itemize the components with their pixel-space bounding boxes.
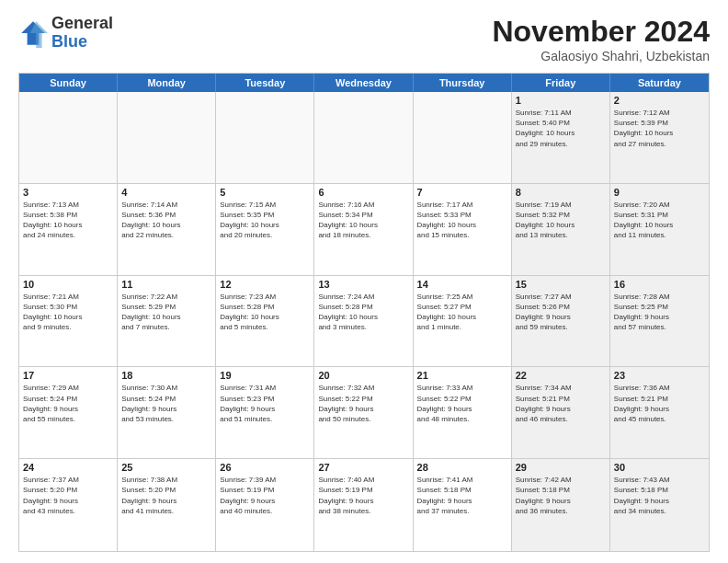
day-number: 21 — [417, 370, 507, 381]
logo-icon — [18, 18, 48, 48]
day-info: Sunrise: 7:11 AMSunset: 5:40 PMDaylight:… — [516, 108, 606, 149]
day-info: Sunrise: 7:17 AMSunset: 5:33 PMDaylight:… — [417, 200, 507, 241]
day-info: Sunrise: 7:33 AMSunset: 5:22 PMDaylight:… — [417, 383, 507, 424]
day-info: Sunrise: 7:38 AMSunset: 5:20 PMDaylight:… — [121, 475, 211, 516]
calendar-cell: 25Sunrise: 7:38 AMSunset: 5:20 PMDayligh… — [118, 459, 216, 551]
calendar-cell — [118, 92, 216, 183]
calendar-cell: 26Sunrise: 7:39 AMSunset: 5:19 PMDayligh… — [216, 459, 314, 551]
weekday-header-sunday: Sunday — [19, 74, 118, 92]
day-number: 15 — [516, 279, 606, 290]
day-number: 12 — [220, 279, 310, 290]
day-info: Sunrise: 7:15 AMSunset: 5:35 PMDaylight:… — [220, 200, 310, 241]
month-title: November 2024 — [492, 15, 710, 49]
calendar-row-4: 17Sunrise: 7:29 AMSunset: 5:24 PMDayligh… — [19, 367, 709, 459]
day-number: 27 — [318, 462, 408, 473]
location: Galaosiyo Shahri, Uzbekistan — [492, 49, 710, 63]
logo-blue-text: Blue — [51, 32, 87, 51]
calendar-row-1: 1Sunrise: 7:11 AMSunset: 5:40 PMDaylight… — [19, 92, 709, 184]
logo: General Blue — [18, 15, 113, 52]
day-number: 4 — [121, 187, 211, 198]
calendar-cell — [414, 92, 512, 183]
calendar-cell: 23Sunrise: 7:36 AMSunset: 5:21 PMDayligh… — [610, 367, 709, 458]
day-number: 11 — [121, 279, 211, 290]
day-info: Sunrise: 7:31 AMSunset: 5:23 PMDaylight:… — [220, 383, 310, 424]
day-number: 18 — [121, 370, 211, 381]
calendar-header: SundayMondayTuesdayWednesdayThursdayFrid… — [19, 74, 709, 92]
day-number: 28 — [417, 462, 507, 473]
calendar-cell: 15Sunrise: 7:27 AMSunset: 5:26 PMDayligh… — [512, 276, 610, 367]
calendar-cell: 27Sunrise: 7:40 AMSunset: 5:19 PMDayligh… — [314, 459, 413, 551]
day-info: Sunrise: 7:21 AMSunset: 5:30 PMDaylight:… — [23, 292, 113, 333]
header: General Blue November 2024 Galaosiyo Sha… — [18, 15, 710, 63]
calendar-cell: 22Sunrise: 7:34 AMSunset: 5:21 PMDayligh… — [512, 367, 610, 458]
calendar-row-3: 10Sunrise: 7:21 AMSunset: 5:30 PMDayligh… — [19, 276, 709, 368]
day-info: Sunrise: 7:16 AMSunset: 5:34 PMDaylight:… — [318, 200, 408, 241]
calendar-cell: 28Sunrise: 7:41 AMSunset: 5:18 PMDayligh… — [414, 459, 512, 551]
day-info: Sunrise: 7:30 AMSunset: 5:24 PMDaylight:… — [121, 383, 211, 424]
weekday-header-monday: Monday — [118, 74, 216, 92]
weekday-header-thursday: Thursday — [414, 74, 512, 92]
title-block: November 2024 Galaosiyo Shahri, Uzbekist… — [492, 15, 710, 63]
calendar-cell — [19, 92, 118, 183]
weekday-header-wednesday: Wednesday — [314, 74, 413, 92]
day-number: 17 — [23, 370, 113, 381]
day-info: Sunrise: 7:42 AMSunset: 5:18 PMDaylight:… — [516, 475, 606, 516]
day-info: Sunrise: 7:23 AMSunset: 5:28 PMDaylight:… — [220, 292, 310, 333]
day-info: Sunrise: 7:22 AMSunset: 5:29 PMDaylight:… — [121, 292, 211, 333]
calendar-cell: 4Sunrise: 7:14 AMSunset: 5:36 PMDaylight… — [118, 184, 216, 275]
page: General Blue November 2024 Galaosiyo Sha… — [0, 0, 728, 563]
day-info: Sunrise: 7:29 AMSunset: 5:24 PMDaylight:… — [23, 383, 113, 424]
day-number: 9 — [614, 187, 705, 198]
calendar-cell: 16Sunrise: 7:28 AMSunset: 5:25 PMDayligh… — [610, 276, 709, 367]
logo-general-text: General — [51, 14, 113, 32]
day-info: Sunrise: 7:41 AMSunset: 5:18 PMDaylight:… — [417, 475, 507, 516]
calendar-cell: 20Sunrise: 7:32 AMSunset: 5:22 PMDayligh… — [314, 367, 413, 458]
calendar-cell: 2Sunrise: 7:12 AMSunset: 5:39 PMDaylight… — [610, 92, 709, 183]
day-number: 30 — [614, 462, 705, 473]
day-number: 22 — [516, 370, 606, 381]
day-number: 5 — [220, 187, 310, 198]
calendar-cell: 29Sunrise: 7:42 AMSunset: 5:18 PMDayligh… — [512, 459, 610, 551]
calendar-cell: 7Sunrise: 7:17 AMSunset: 5:33 PMDaylight… — [414, 184, 512, 275]
calendar-cell: 19Sunrise: 7:31 AMSunset: 5:23 PMDayligh… — [216, 367, 314, 458]
calendar-cell: 10Sunrise: 7:21 AMSunset: 5:30 PMDayligh… — [19, 276, 118, 367]
day-info: Sunrise: 7:40 AMSunset: 5:19 PMDaylight:… — [318, 475, 408, 516]
day-info: Sunrise: 7:24 AMSunset: 5:28 PMDaylight:… — [318, 292, 408, 333]
day-info: Sunrise: 7:20 AMSunset: 5:31 PMDaylight:… — [614, 200, 705, 241]
calendar-cell: 21Sunrise: 7:33 AMSunset: 5:22 PMDayligh… — [414, 367, 512, 458]
day-info: Sunrise: 7:39 AMSunset: 5:19 PMDaylight:… — [220, 475, 310, 516]
day-number: 8 — [516, 187, 606, 198]
day-info: Sunrise: 7:37 AMSunset: 5:20 PMDaylight:… — [23, 475, 113, 516]
calendar-cell: 12Sunrise: 7:23 AMSunset: 5:28 PMDayligh… — [216, 276, 314, 367]
calendar-cell: 17Sunrise: 7:29 AMSunset: 5:24 PMDayligh… — [19, 367, 118, 458]
calendar-cell: 30Sunrise: 7:43 AMSunset: 5:18 PMDayligh… — [610, 459, 709, 551]
day-info: Sunrise: 7:12 AMSunset: 5:39 PMDaylight:… — [614, 108, 705, 149]
weekday-header-friday: Friday — [512, 74, 610, 92]
day-number: 1 — [516, 95, 606, 106]
day-info: Sunrise: 7:19 AMSunset: 5:32 PMDaylight:… — [516, 200, 606, 241]
day-info: Sunrise: 7:27 AMSunset: 5:26 PMDaylight:… — [516, 292, 606, 333]
day-number: 10 — [23, 279, 113, 290]
day-info: Sunrise: 7:36 AMSunset: 5:21 PMDaylight:… — [614, 383, 705, 424]
calendar-cell: 18Sunrise: 7:30 AMSunset: 5:24 PMDayligh… — [118, 367, 216, 458]
calendar-cell: 1Sunrise: 7:11 AMSunset: 5:40 PMDaylight… — [512, 92, 610, 183]
calendar-cell: 8Sunrise: 7:19 AMSunset: 5:32 PMDaylight… — [512, 184, 610, 275]
day-info: Sunrise: 7:34 AMSunset: 5:21 PMDaylight:… — [516, 383, 606, 424]
day-number: 23 — [614, 370, 705, 381]
day-info: Sunrise: 7:28 AMSunset: 5:25 PMDaylight:… — [614, 292, 705, 333]
day-number: 13 — [318, 279, 408, 290]
day-number: 7 — [417, 187, 507, 198]
weekday-header-saturday: Saturday — [610, 74, 709, 92]
day-number: 2 — [614, 95, 705, 106]
calendar-cell: 9Sunrise: 7:20 AMSunset: 5:31 PMDaylight… — [610, 184, 709, 275]
calendar-row-2: 3Sunrise: 7:13 AMSunset: 5:38 PMDaylight… — [19, 184, 709, 276]
day-info: Sunrise: 7:13 AMSunset: 5:38 PMDaylight:… — [23, 200, 113, 241]
calendar-cell: 14Sunrise: 7:25 AMSunset: 5:27 PMDayligh… — [414, 276, 512, 367]
calendar-cell: 11Sunrise: 7:22 AMSunset: 5:29 PMDayligh… — [118, 276, 216, 367]
day-number: 26 — [220, 462, 310, 473]
day-number: 16 — [614, 279, 705, 290]
day-number: 24 — [23, 462, 113, 473]
day-number: 14 — [417, 279, 507, 290]
calendar-cell — [216, 92, 314, 183]
day-number: 19 — [220, 370, 310, 381]
